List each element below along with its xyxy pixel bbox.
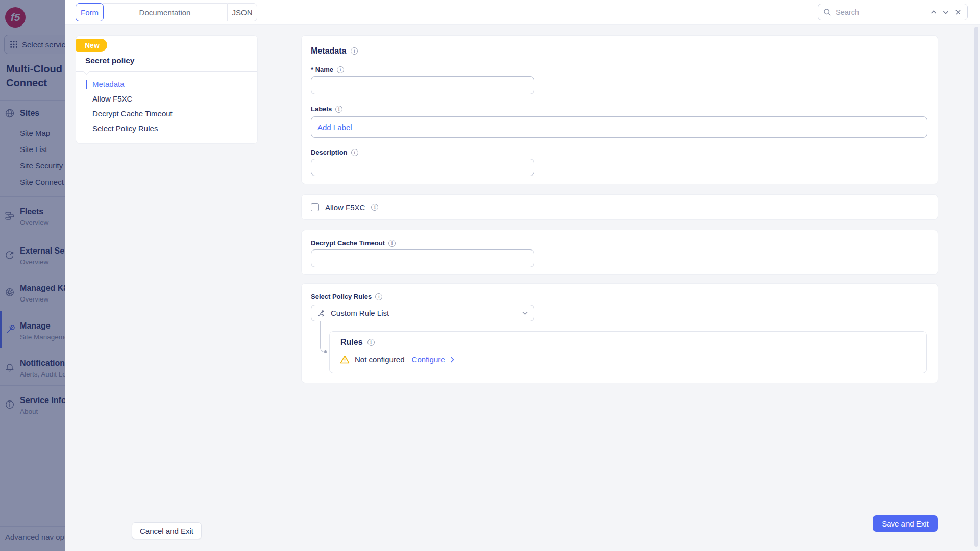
form-title: Secret policy: [85, 56, 135, 65]
decrypt-cache-timeout-section-card: Decrypt Cache Timeout i: [301, 230, 938, 275]
rules-status-row: Not configured Configure: [340, 355, 454, 364]
search-input[interactable]: [836, 8, 921, 16]
cancel-and-exit-button[interactable]: Cancel and Exit: [132, 522, 202, 539]
search-icon: [823, 8, 831, 16]
connector-dot: [324, 350, 327, 353]
nested-connector-line: [320, 321, 325, 352]
select-policy-rules-label: Select Policy Rules i: [311, 293, 382, 300]
warning-icon: [340, 355, 350, 364]
info-icon[interactable]: i: [371, 204, 378, 211]
form-nav-card: New Secret policy Metadata Allow F5XC De…: [76, 35, 258, 144]
rules-heading: Rules i: [340, 338, 375, 347]
name-field[interactable]: [311, 76, 534, 94]
policy-rules-select[interactable]: Custom Rule List: [311, 305, 534, 321]
rules-status: Not configured: [355, 355, 405, 364]
rules-card: Rules i Not configured Configure: [329, 331, 927, 373]
decrypt-cache-timeout-label: Decrypt Cache Timeout i: [311, 239, 396, 247]
nav-item-decrypt-cache-timeout[interactable]: Decrypt Cache Timeout: [76, 106, 257, 121]
chevron-up-icon[interactable]: [929, 8, 938, 16]
new-badge: New: [76, 39, 107, 52]
tab-documentation[interactable]: Documentation: [103, 3, 227, 21]
close-icon[interactable]: [954, 8, 962, 16]
info-icon[interactable]: i: [337, 66, 344, 73]
allow-f5xc-checkbox[interactable]: [311, 203, 319, 211]
policy-rules-select-value: Custom Rule List: [331, 309, 517, 317]
description-label: Description i: [311, 148, 358, 156]
name-label: * Name i: [311, 66, 344, 73]
nav-item-allow-f5xc[interactable]: Allow F5XC: [76, 91, 257, 106]
divider: [76, 71, 257, 72]
info-icon[interactable]: i: [351, 47, 358, 55]
active-indicator: [86, 80, 87, 89]
info-icon[interactable]: i: [335, 106, 342, 113]
scrollbar[interactable]: [974, 27, 978, 547]
info-icon[interactable]: i: [375, 293, 382, 300]
nav-item-metadata[interactable]: Metadata: [76, 77, 257, 91]
info-icon[interactable]: i: [368, 339, 375, 346]
chevron-right-icon: [450, 357, 454, 363]
add-label-button[interactable]: Add Label: [317, 123, 352, 132]
description-field[interactable]: [311, 159, 534, 176]
decrypt-cache-timeout-field[interactable]: [311, 249, 534, 267]
form-section-nav: Metadata Allow F5XC Decrypt Cache Timeou…: [76, 77, 257, 136]
metadata-heading: Metadata i: [311, 46, 358, 56]
labels-field[interactable]: Add Label: [311, 116, 927, 138]
divider: [925, 8, 925, 17]
collapse-notch[interactable]: [83, 68, 90, 75]
info-icon[interactable]: i: [351, 149, 358, 156]
chevron-down-icon: [522, 311, 528, 315]
metadata-section-card: Metadata i * Name i Labels i Add Label D…: [301, 35, 938, 184]
save-and-exit-button[interactable]: Save and Exit: [873, 515, 938, 532]
form-topbar: Form Documentation JSON: [65, 0, 980, 25]
select-policy-rules-section-card: Select Policy Rules i Custom Rule List R…: [301, 283, 938, 383]
chevron-down-icon[interactable]: [942, 8, 950, 16]
modal-backdrop: [0, 0, 65, 551]
search-bar: [818, 4, 968, 20]
view-tabs: Form Documentation JSON: [76, 3, 257, 21]
info-icon[interactable]: i: [388, 240, 396, 247]
branch-icon: [317, 309, 326, 317]
tab-json[interactable]: JSON: [227, 3, 257, 21]
labels-label: Labels i: [311, 105, 342, 113]
configure-link[interactable]: Configure: [412, 355, 445, 364]
nav-item-select-policy-rules[interactable]: Select Policy Rules: [76, 121, 257, 136]
tab-form[interactable]: Form: [76, 3, 104, 21]
secret-policy-form-panel: Form Documentation JSON New Secret polic…: [65, 0, 980, 551]
allow-f5xc-label: Allow F5XC: [325, 203, 365, 212]
allow-f5xc-section-card: Allow F5XC i: [301, 194, 938, 220]
